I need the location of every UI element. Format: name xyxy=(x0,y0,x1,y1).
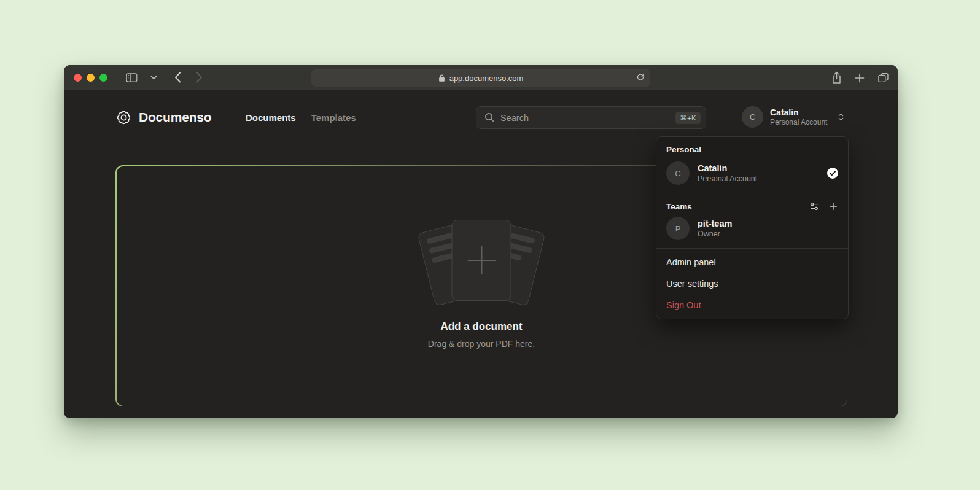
sidebar-chevron-down-icon[interactable] xyxy=(146,69,162,86)
nav-documents[interactable]: Documents xyxy=(246,112,296,123)
browser-window: app.documenso.com xyxy=(64,65,898,418)
teams-section-header: Teams xyxy=(659,196,845,213)
account-type: Personal Account xyxy=(770,118,827,127)
traffic-lights xyxy=(74,74,107,82)
dropzone-subtitle: Drag & drop your PDF here. xyxy=(117,339,847,349)
team-name: pit-team xyxy=(698,218,732,229)
team-role: Owner xyxy=(698,229,732,239)
create-team-plus-icon[interactable] xyxy=(828,201,838,211)
avatar: C xyxy=(666,161,690,185)
account-name: Catalin xyxy=(770,107,827,118)
browser-titlebar: app.documenso.com xyxy=(64,65,898,90)
nav-templates[interactable]: Templates xyxy=(311,112,356,123)
brand[interactable]: Documenso xyxy=(115,107,211,128)
new-tab-plus-icon[interactable] xyxy=(855,73,865,83)
teams-section-label: Teams xyxy=(666,202,692,211)
card-center xyxy=(452,220,511,301)
lock-icon xyxy=(438,74,445,82)
menu-divider xyxy=(656,193,848,193)
back-button[interactable] xyxy=(169,69,186,86)
avatar: C xyxy=(742,106,763,128)
account-menu-button[interactable]: C Catalin Personal Account xyxy=(742,106,846,128)
menu-item-sign-out[interactable]: Sign Out xyxy=(659,294,845,316)
avatar: P xyxy=(666,217,690,240)
account-dropdown-menu: Personal C Catalin Personal Account Team… xyxy=(656,136,849,319)
selected-check-icon xyxy=(827,168,838,179)
search-input[interactable] xyxy=(500,113,670,123)
manage-teams-icon[interactable] xyxy=(809,201,819,211)
personal-account-name: Catalin xyxy=(698,163,757,174)
menu-divider xyxy=(656,248,848,249)
sidebar-toggle-icon[interactable] xyxy=(121,69,142,86)
document-cards-illustration xyxy=(411,217,552,310)
toolbar-divider xyxy=(144,72,144,82)
share-icon[interactable] xyxy=(831,71,842,84)
personal-account-description: Personal Account xyxy=(698,174,757,184)
minimize-button[interactable] xyxy=(87,74,95,82)
app-content: Documenso Documents Templates ⌘+K C Cata… xyxy=(64,90,898,418)
add-plus-icon xyxy=(464,243,499,278)
search-shortcut-badge: ⌘+K xyxy=(675,112,701,124)
zoom-button[interactable] xyxy=(99,74,107,82)
url-text: app.documenso.com xyxy=(449,74,524,83)
main-nav: Documents Templates xyxy=(246,107,356,128)
documenso-logo-icon xyxy=(115,109,132,126)
team-item[interactable]: P pit-team Owner xyxy=(659,213,845,246)
personal-section-label: Personal xyxy=(659,140,845,158)
refresh-icon[interactable] xyxy=(636,72,645,82)
address-bar[interactable]: app.documenso.com xyxy=(311,69,650,87)
brand-wordmark: Documenso xyxy=(139,110,211,125)
menu-item-admin-panel[interactable]: Admin panel xyxy=(659,251,845,273)
chevrons-up-down-icon xyxy=(836,112,846,122)
search-bar[interactable]: ⌘+K xyxy=(476,106,706,129)
forward-button[interactable] xyxy=(191,69,208,86)
tab-overview-icon[interactable] xyxy=(877,72,889,83)
menu-item-user-settings[interactable]: User settings xyxy=(659,273,845,294)
search-icon xyxy=(484,112,495,123)
close-button[interactable] xyxy=(74,74,82,82)
personal-account-item[interactable]: C Catalin Personal Account xyxy=(659,158,845,190)
dropzone-title: Add a document xyxy=(117,321,847,333)
